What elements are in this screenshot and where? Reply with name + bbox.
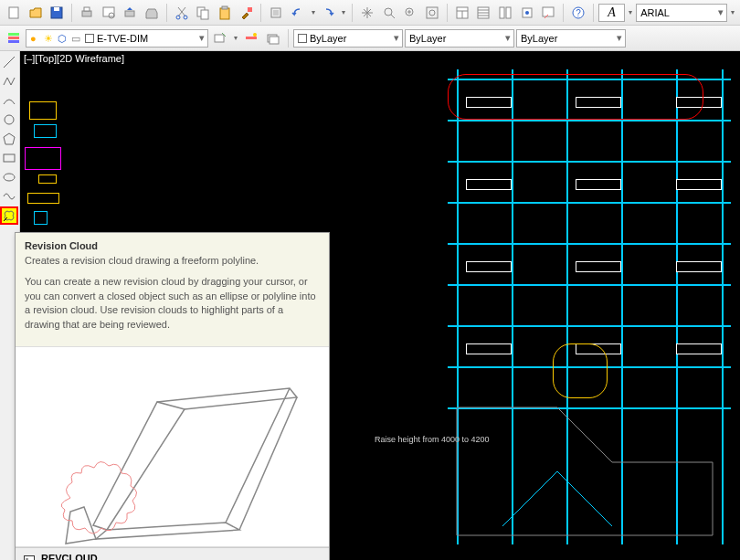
svg-text:?: ? bbox=[576, 8, 581, 18]
viewport-label[interactable]: [–][Top][2D Wireframe] bbox=[24, 53, 124, 64]
main-toolbar: ▾ ▾ ? A ▾ ARIAL ▾ bbox=[0, 0, 740, 26]
save-button[interactable] bbox=[47, 3, 67, 23]
zoom-window-button[interactable] bbox=[400, 3, 420, 23]
svg-rect-38 bbox=[8, 37, 19, 39]
rectangle-tool[interactable] bbox=[0, 149, 18, 167]
plot-preview-button[interactable] bbox=[99, 3, 119, 23]
help-button[interactable]: ? bbox=[568, 3, 588, 23]
svg-rect-40 bbox=[8, 40, 19, 43]
redo-dropdown[interactable]: ▾ bbox=[340, 3, 347, 23]
svg-rect-7 bbox=[125, 11, 134, 16]
polygon-tool[interactable] bbox=[0, 130, 18, 148]
zoom-button[interactable] bbox=[379, 3, 399, 23]
font-style-dropdown[interactable]: ▾ bbox=[627, 3, 634, 23]
svg-rect-13 bbox=[222, 6, 227, 9]
drawing-fragment-left bbox=[20, 69, 93, 252]
layer-select[interactable]: ● ☀ ⬡ ▭ E-TVE-DIM bbox=[26, 29, 208, 48]
color-swatch bbox=[298, 34, 307, 43]
separator bbox=[166, 4, 167, 22]
svg-point-17 bbox=[385, 8, 392, 16]
paste-button[interactable] bbox=[215, 3, 235, 23]
layer-properties-button[interactable] bbox=[4, 28, 24, 48]
svg-rect-32 bbox=[506, 7, 511, 18]
tooltip-summary: Creates a revision cloud drawing a freef… bbox=[25, 254, 320, 268]
spline-tool[interactable] bbox=[0, 187, 18, 206]
ellipse-tool[interactable] bbox=[0, 168, 18, 186]
svg-line-18 bbox=[391, 15, 395, 18]
svg-point-34 bbox=[525, 11, 529, 15]
font-style-button[interactable]: A bbox=[598, 4, 626, 22]
svg-rect-48 bbox=[4, 154, 15, 162]
svg-rect-22 bbox=[427, 7, 438, 18]
svg-rect-0 bbox=[9, 7, 18, 18]
3dprint-button[interactable] bbox=[142, 3, 162, 23]
svg-rect-42 bbox=[246, 37, 257, 39]
separator bbox=[563, 4, 564, 22]
properties-button[interactable] bbox=[452, 3, 472, 23]
tooltip-image bbox=[16, 346, 329, 547]
print-icon: ▭ bbox=[71, 33, 82, 44]
circle-tool[interactable] bbox=[0, 111, 18, 129]
layer-name-value: E-TVE-DIM bbox=[97, 33, 148, 44]
pan-button[interactable] bbox=[357, 3, 377, 23]
svg-rect-45 bbox=[270, 37, 279, 44]
match-button[interactable] bbox=[237, 3, 257, 23]
layer-iso-button[interactable] bbox=[241, 28, 261, 48]
layer-toolbar: ● ☀ ⬡ ▭ E-TVE-DIM ▾ ByLayer ByLayer ByLa… bbox=[0, 26, 740, 51]
color-select[interactable]: ByLayer bbox=[293, 29, 403, 48]
svg-rect-39 bbox=[8, 33, 19, 36]
sheet-set-button[interactable] bbox=[473, 3, 493, 23]
svg-rect-3 bbox=[82, 11, 91, 16]
separator bbox=[447, 4, 448, 22]
tooltip-detail: You can create a new revision cloud by d… bbox=[25, 275, 320, 332]
neighbor-dropdown[interactable]: ▾ bbox=[729, 3, 736, 23]
separator bbox=[352, 4, 353, 22]
color-swatch bbox=[85, 34, 94, 43]
pline-tool[interactable] bbox=[0, 72, 18, 90]
new-button[interactable] bbox=[4, 3, 24, 23]
markup-button[interactable] bbox=[538, 3, 558, 23]
tooltip-title: Revision Cloud bbox=[25, 240, 320, 251]
zoom-extents-button[interactable] bbox=[422, 3, 442, 23]
layer-prev-button[interactable] bbox=[263, 28, 283, 48]
font-name-value: ARIAL bbox=[640, 7, 670, 18]
undo-button[interactable] bbox=[288, 3, 308, 23]
lineweight-value: ByLayer bbox=[521, 33, 557, 44]
svg-rect-41 bbox=[215, 35, 224, 42]
open-button[interactable] bbox=[26, 3, 46, 23]
separator bbox=[288, 29, 289, 48]
drawing-main: Raise height from 4000 to 4200 bbox=[429, 51, 740, 560]
cut-button[interactable] bbox=[172, 3, 192, 23]
print-button[interactable] bbox=[77, 3, 97, 23]
tooltip-popup: Revision Cloud Creates a revision cloud … bbox=[15, 232, 330, 560]
svg-rect-14 bbox=[248, 7, 252, 12]
design-center-button[interactable] bbox=[517, 3, 537, 23]
svg-rect-2 bbox=[54, 7, 59, 11]
svg-point-47 bbox=[5, 115, 14, 124]
svg-rect-16 bbox=[273, 10, 279, 16]
separator bbox=[260, 4, 261, 22]
block-button[interactable] bbox=[266, 3, 286, 23]
separator bbox=[593, 4, 594, 22]
publish-button[interactable] bbox=[120, 3, 140, 23]
svg-line-46 bbox=[4, 57, 15, 68]
lineweight-select[interactable]: ByLayer bbox=[516, 29, 626, 48]
svg-point-49 bbox=[4, 174, 15, 181]
svg-rect-31 bbox=[500, 7, 504, 18]
undo-dropdown[interactable]: ▾ bbox=[310, 3, 317, 23]
copy-button[interactable] bbox=[193, 3, 213, 23]
redo-button[interactable] bbox=[319, 3, 339, 23]
separator bbox=[71, 4, 72, 22]
sun-icon: ☀ bbox=[44, 33, 55, 44]
font-name-select[interactable]: ARIAL bbox=[636, 4, 727, 22]
revcloud-tool[interactable] bbox=[0, 206, 18, 225]
tool-palette-button[interactable] bbox=[495, 3, 515, 23]
bulb-icon: ● bbox=[30, 33, 41, 44]
layer-states-dropdown[interactable]: ▾ bbox=[232, 28, 239, 48]
linetype-select[interactable]: ByLayer bbox=[405, 29, 514, 48]
tooltip-command: REVCLOUD bbox=[41, 553, 98, 560]
command-icon bbox=[23, 552, 36, 560]
line-tool[interactable] bbox=[0, 53, 18, 71]
arc-tool[interactable] bbox=[0, 91, 18, 110]
layer-states-button[interactable] bbox=[210, 28, 230, 48]
